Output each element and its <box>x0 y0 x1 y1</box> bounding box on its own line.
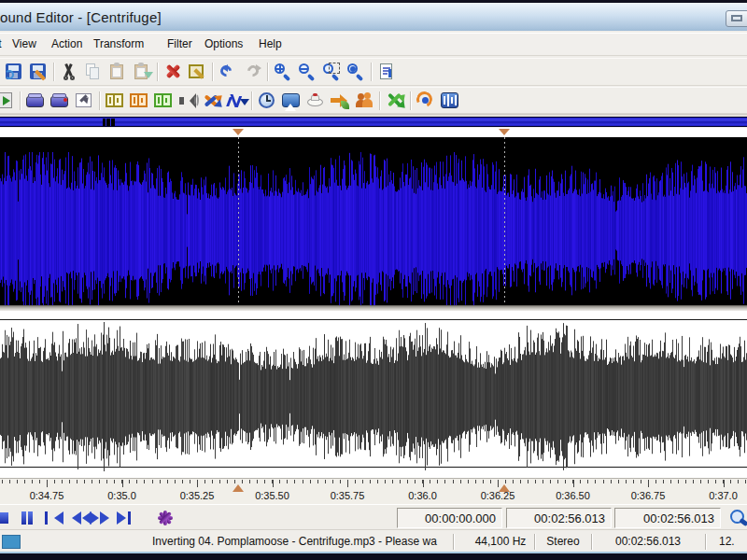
status-channels: Stereo <box>542 535 585 548</box>
undo-icon[interactable] <box>217 61 239 83</box>
selection-marker-up[interactable] <box>233 479 244 492</box>
ruler-minor-tick <box>603 480 604 483</box>
toolbar-separator <box>248 90 255 112</box>
device-a-icon[interactable] <box>24 90 47 112</box>
redo-icon[interactable] <box>241 61 263 83</box>
pause-button[interactable] <box>15 507 39 529</box>
toolbar-separator <box>96 90 103 112</box>
ruler-minor-tick <box>77 480 78 483</box>
ruler-minor-tick <box>219 480 220 483</box>
ruler-minor-tick <box>453 480 454 483</box>
ruler-minor-tick <box>513 480 514 483</box>
speaker-icon[interactable] <box>176 90 199 112</box>
toolbar-main <box>0 58 747 86</box>
ruler-minor-tick <box>99 480 100 483</box>
ruler-major-tick <box>273 480 274 487</box>
rewind-button[interactable] <box>63 507 88 529</box>
import-icon[interactable] <box>329 90 351 112</box>
time-display-selection: 00:02:56.013 <box>506 508 612 528</box>
zoom-selection-icon[interactable] <box>320 61 343 83</box>
ruler-time-label: 0:35.25 <box>180 490 215 501</box>
waveform-left-channel[interactable] <box>0 137 747 305</box>
wave-yellow-icon[interactable] <box>104 90 126 112</box>
convert-icon[interactable] <box>415 90 437 112</box>
skip-start-button[interactable] <box>39 507 63 529</box>
window-control-button[interactable] <box>726 10 747 27</box>
forward-button[interactable] <box>88 507 112 529</box>
ruler-minor-tick <box>2 480 3 483</box>
timer-icon[interactable] <box>256 90 278 112</box>
ruler-minor-tick <box>332 480 333 483</box>
wave-green-icon[interactable] <box>152 90 175 112</box>
wave-invert-icon[interactable] <box>225 90 247 112</box>
ruler-minor-tick <box>565 480 566 483</box>
delete-icon[interactable] <box>162 61 184 83</box>
time-display-total: 00:02:56.013 <box>614 508 721 528</box>
cap-icon[interactable] <box>304 90 327 112</box>
menu-item-help[interactable]: Help <box>259 37 282 50</box>
ruler-minor-tick <box>543 480 543 483</box>
waveform-right-channel[interactable] <box>0 311 747 478</box>
ruler-minor-tick <box>641 480 641 483</box>
ruler-minor-tick <box>385 480 386 483</box>
paste-icon[interactable] <box>106 61 129 83</box>
spectrum-icon[interactable] <box>280 90 303 112</box>
wave-orange-icon[interactable] <box>128 90 150 112</box>
voices-icon[interactable] <box>353 90 375 112</box>
restore-icon <box>731 15 742 21</box>
menu-item-filter[interactable]: Filter <box>167 37 192 50</box>
status-sample-rate: 44,100 Hz <box>470 535 531 548</box>
ruler-minor-tick <box>437 480 438 483</box>
menu-item-edit[interactable]: Edit <box>0 37 2 50</box>
split-icon[interactable] <box>384 90 406 112</box>
ruler-minor-tick <box>84 480 85 483</box>
mixer-icon[interactable] <box>439 90 461 112</box>
ruler-minor-tick <box>310 480 311 483</box>
clock-icon[interactable] <box>729 509 747 529</box>
status-file-size: 12. <box>719 535 735 548</box>
record-button[interactable] <box>153 507 177 529</box>
device-b-icon[interactable] <box>49 90 71 112</box>
ruler-minor-tick <box>475 480 476 483</box>
ruler-minor-tick <box>249 480 250 483</box>
save-as-icon[interactable] <box>27 61 49 83</box>
menu-item-view[interactable]: View <box>12 37 36 50</box>
overview-bar[interactable] <box>0 117 747 127</box>
zoom-out-icon[interactable] <box>296 61 318 83</box>
skip-end-button[interactable] <box>112 507 136 529</box>
ruler-minor-tick <box>264 480 265 483</box>
menu-item-options[interactable]: Options <box>204 37 243 50</box>
menu-item-transform[interactable]: Transform <box>93 37 144 50</box>
ruler-minor-tick <box>611 480 612 483</box>
trim-icon[interactable] <box>186 61 208 83</box>
ruler-minor-tick <box>212 480 213 483</box>
zoom-all-icon[interactable] <box>345 61 367 83</box>
ruler-minor-tick <box>106 480 107 483</box>
clip-play-icon[interactable] <box>0 90 16 112</box>
ruler-minor-tick <box>730 480 731 483</box>
ruler-minor-tick <box>287 480 288 483</box>
ruler-time-label: 0:36.0 <box>408 490 437 501</box>
ruler-minor-tick <box>54 480 55 483</box>
ruler-minor-tick <box>227 480 228 483</box>
file-info-icon[interactable] <box>375 61 398 83</box>
cut-icon[interactable] <box>58 61 80 83</box>
ruler-minor-tick <box>618 480 619 483</box>
stop-button[interactable] <box>0 507 15 529</box>
mix-arrows-icon[interactable] <box>201 90 223 112</box>
overview-view-marker[interactable] <box>103 119 115 126</box>
time-ruler[interactable]: 0:34.750:35.00:35.250:35.500:35.750:36.0… <box>0 478 747 504</box>
menu-item-action[interactable]: Action <box>51 37 82 50</box>
selection-marker-up[interactable] <box>499 479 510 492</box>
marker-strip <box>0 128 747 137</box>
ruler-minor-tick <box>430 480 430 483</box>
ruler-minor-tick <box>663 480 664 483</box>
copy-icon[interactable] <box>82 61 105 83</box>
ruler-major-tick <box>347 480 348 487</box>
expand-window-icon[interactable] <box>73 90 95 112</box>
toolbar-separator <box>154 61 161 83</box>
save-icon[interactable] <box>3 61 25 83</box>
paste-mix-icon[interactable] <box>131 61 153 83</box>
title-bar: ound Editor - [Centrifuge] <box>0 3 747 31</box>
zoom-in-icon[interactable] <box>272 61 294 83</box>
